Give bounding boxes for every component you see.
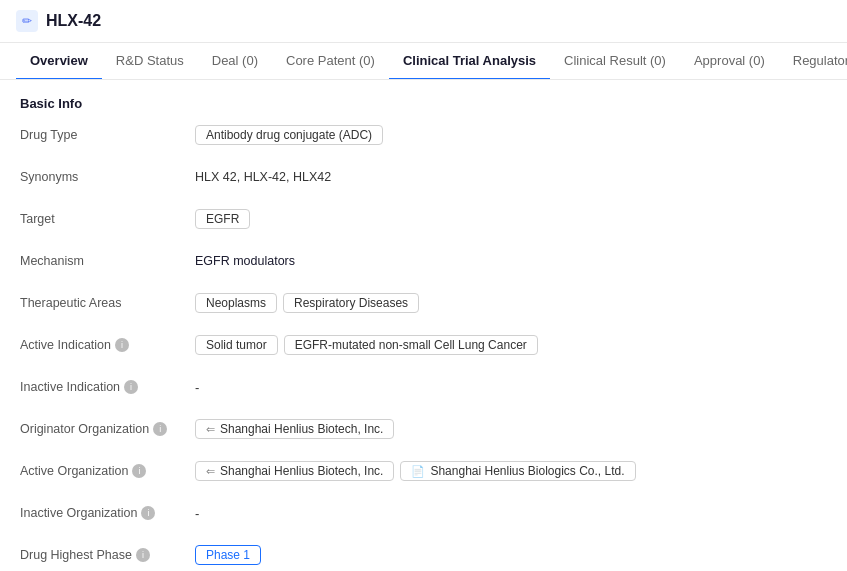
- therapeutic-area-respiratory[interactable]: Respiratory Diseases: [283, 293, 419, 313]
- originator-org-label: Originator Organization i: [20, 419, 195, 436]
- inactive-indication-value: -: [195, 377, 827, 395]
- originator-org-tag[interactable]: ⇐ Shanghai Henlius Biotech, Inc.: [195, 419, 394, 439]
- field-active-org: Active Organization i ⇐ Shanghai Henlius…: [20, 461, 827, 485]
- drug-type-value: Antibody drug conjugate (ADC): [195, 125, 827, 145]
- field-drug-type: Drug Type Antibody drug conjugate (ADC): [20, 125, 827, 149]
- therapeutic-areas-value: Neoplasms Respiratory Diseases: [195, 293, 827, 313]
- tab-regulatory-review[interactable]: Regulatory Review (0): [779, 43, 847, 80]
- drug-phase-tag[interactable]: Phase 1: [195, 545, 261, 565]
- active-indication-label: Active Indication i: [20, 335, 195, 352]
- inactive-indication-info-icon[interactable]: i: [124, 380, 138, 394]
- target-tag[interactable]: EGFR: [195, 209, 250, 229]
- target-value: EGFR: [195, 209, 827, 229]
- edit-icon: ✏: [16, 10, 38, 32]
- field-active-indication: Active Indication i Solid tumor EGFR-mut…: [20, 335, 827, 359]
- synonyms-label: Synonyms: [20, 167, 195, 184]
- active-org-label: Active Organization i: [20, 461, 195, 478]
- drug-phase-label: Drug Highest Phase i: [20, 545, 195, 562]
- drug-type-tag: Antibody drug conjugate (ADC): [195, 125, 383, 145]
- mechanism-label: Mechanism: [20, 251, 195, 268]
- page-header: ✏ HLX-42: [0, 0, 847, 43]
- tab-clinical-trial[interactable]: Clinical Trial Analysis: [389, 43, 550, 80]
- field-therapeutic-areas: Therapeutic Areas Neoplasms Respiratory …: [20, 293, 827, 317]
- originator-org-info-icon[interactable]: i: [153, 422, 167, 436]
- field-synonyms: Synonyms HLX 42, HLX-42, HLX42: [20, 167, 827, 191]
- mechanism-text: EGFR modulators: [195, 251, 295, 268]
- active-org-tag-1[interactable]: ⇐ Shanghai Henlius Biotech, Inc.: [195, 461, 394, 481]
- main-content: Basic Info Drug Type Antibody drug conju…: [0, 80, 847, 571]
- tab-core-patent[interactable]: Core Patent (0): [272, 43, 389, 80]
- synonyms-text: HLX 42, HLX-42, HLX42: [195, 167, 331, 184]
- target-label: Target: [20, 209, 195, 226]
- inactive-org-value: -: [195, 503, 827, 521]
- field-inactive-indication: Inactive Indication i -: [20, 377, 827, 401]
- field-drug-phase: Drug Highest Phase i Phase 1: [20, 545, 827, 569]
- synonyms-value: HLX 42, HLX-42, HLX42: [195, 167, 827, 184]
- active-org-info-icon[interactable]: i: [132, 464, 146, 478]
- drug-phase-info-icon[interactable]: i: [136, 548, 150, 562]
- active-indication-info-icon[interactable]: i: [115, 338, 129, 352]
- org-icon-1: ⇐: [206, 465, 215, 478]
- nav-tabs: Overview R&D Status Deal (0) Core Patent…: [0, 43, 847, 80]
- indication-egfr-lung[interactable]: EGFR-mutated non-small Cell Lung Cancer: [284, 335, 538, 355]
- therapeutic-areas-label: Therapeutic Areas: [20, 293, 195, 310]
- tab-approval[interactable]: Approval (0): [680, 43, 779, 80]
- tab-clinical-result[interactable]: Clinical Result (0): [550, 43, 680, 80]
- field-originator-org: Originator Organization i ⇐ Shanghai Hen…: [20, 419, 827, 443]
- tab-rd-status[interactable]: R&D Status: [102, 43, 198, 80]
- doc-icon: 📄: [411, 465, 425, 478]
- indication-solid-tumor[interactable]: Solid tumor: [195, 335, 278, 355]
- active-org-tag-2[interactable]: 📄 Shanghai Henlius Biologics Co., Ltd.: [400, 461, 635, 481]
- page-title: HLX-42: [46, 12, 101, 30]
- field-mechanism: Mechanism EGFR modulators: [20, 251, 827, 275]
- field-inactive-org: Inactive Organization i -: [20, 503, 827, 527]
- drug-type-label: Drug Type: [20, 125, 195, 142]
- active-org-value: ⇐ Shanghai Henlius Biotech, Inc. 📄 Shang…: [195, 461, 827, 481]
- section-basic-info: Basic Info: [20, 96, 827, 111]
- inactive-org-info-icon[interactable]: i: [141, 506, 155, 520]
- org-icon: ⇐: [206, 423, 215, 436]
- active-indication-value: Solid tumor EGFR-mutated non-small Cell …: [195, 335, 827, 355]
- inactive-indication-label: Inactive Indication i: [20, 377, 195, 394]
- inactive-org-label: Inactive Organization i: [20, 503, 195, 520]
- field-target: Target EGFR: [20, 209, 827, 233]
- drug-phase-value: Phase 1: [195, 545, 827, 565]
- therapeutic-area-neoplasms[interactable]: Neoplasms: [195, 293, 277, 313]
- tab-overview[interactable]: Overview: [16, 43, 102, 80]
- originator-org-value: ⇐ Shanghai Henlius Biotech, Inc.: [195, 419, 827, 439]
- mechanism-value: EGFR modulators: [195, 251, 827, 268]
- tab-deal[interactable]: Deal (0): [198, 43, 272, 80]
